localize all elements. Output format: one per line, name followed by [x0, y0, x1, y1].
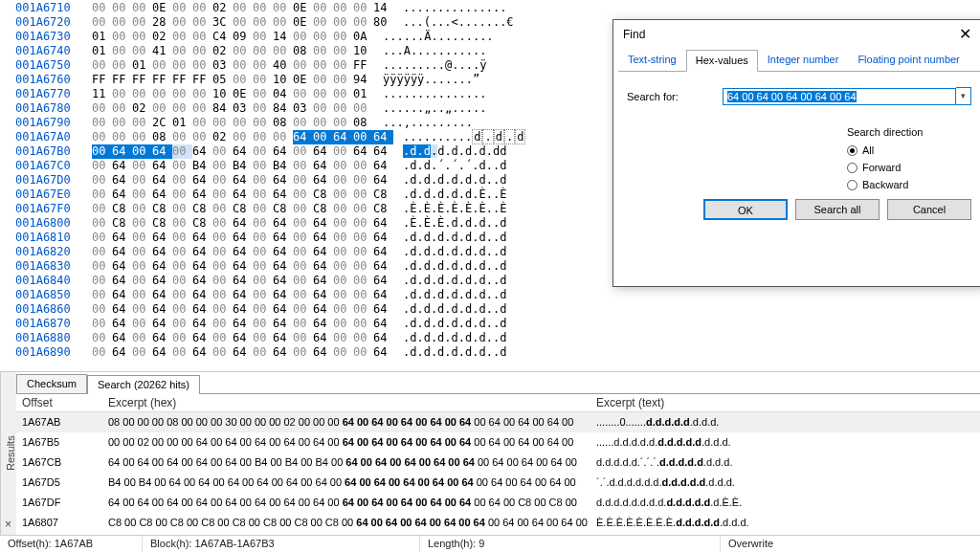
table-row[interactable]: 1A67B500 00 02 00 00 00 64 00 64 00 64 0… — [16, 432, 980, 453]
find-tab-text[interactable]: Text-string — [618, 49, 686, 71]
hex-row[interactable]: 001A67100000000E0000020000000E00000014..… — [15, 1, 972, 15]
find-title: Find — [623, 20, 645, 49]
ok-button[interactable]: OK — [703, 199, 788, 220]
tab-search[interactable]: Search (20262 hits) — [87, 375, 200, 394]
results-panel: Results × Checksum Search (20262 hits) O… — [0, 371, 980, 535]
col-offset[interactable]: Offset — [22, 396, 108, 409]
search-direction-label: Search direction — [847, 126, 964, 138]
radio-forward[interactable]: Forward — [847, 159, 964, 176]
close-icon[interactable]: ✕ — [950, 20, 979, 49]
table-row[interactable]: 1A67DF64 00 64 00 64 00 64 00 64 00 64 0… — [16, 493, 980, 513]
status-mode: Overwrite — [720, 536, 980, 552]
hex-row[interactable]: 001A6850006400640064006400640064000064.d… — [15, 288, 972, 302]
hex-row[interactable]: 001A6870006400640064006400640064000064.d… — [15, 317, 972, 331]
col-excerpt-text[interactable]: Excerpt (text) — [596, 396, 974, 409]
status-offset: Offset(h): 1A67AB — [0, 536, 142, 552]
status-length: Length(h): 9 — [419, 536, 720, 552]
tab-checksum[interactable]: Checksum — [16, 374, 87, 393]
table-row[interactable]: 1A67AB08 00 00 00 08 00 00 00 30 00 00 0… — [16, 412, 980, 432]
find-tab-int[interactable]: Integer number — [758, 49, 849, 71]
results-header: Offset Excerpt (hex) Excerpt (text) — [16, 394, 980, 412]
radio-all[interactable]: All — [847, 142, 964, 159]
find-tab-float[interactable]: Floating point number — [848, 49, 969, 71]
col-excerpt-hex[interactable]: Excerpt (hex) — [108, 396, 596, 409]
search-for-label: Search for: — [627, 91, 723, 102]
find-tabs: Text-string Hex-values Integer number Fl… — [618, 49, 980, 72]
status-block: Block(h): 1A67AB-1A67B3 — [142, 536, 419, 552]
hex-row[interactable]: 001A6890006400640064006400640064000064.d… — [15, 345, 972, 360]
search-all-button[interactable]: Search all — [795, 199, 880, 220]
find-dialog: Find ✕ Text-string Hex-values Integer nu… — [612, 19, 980, 287]
hex-row[interactable]: 001A6860006400640064006400640064000064.d… — [15, 302, 972, 317]
hex-row[interactable]: 001A6880006400640064006400640064000064.d… — [15, 331, 972, 345]
chevron-down-icon[interactable]: ▾ — [956, 87, 971, 105]
results-side-label: Results — [0, 372, 16, 535]
table-row[interactable]: 1A6807C8 00 C8 00 C8 00 C8 00 C8 00 C8 0… — [16, 513, 980, 533]
search-input[interactable]: 64 00 64 00 64 00 64 00 64 — [723, 88, 956, 105]
cancel-button[interactable]: Cancel — [887, 199, 971, 220]
status-bar: Offset(h): 1A67AB Block(h): 1A67AB-1A67B… — [0, 535, 980, 552]
results-close-icon[interactable]: × — [2, 519, 14, 531]
search-direction-group: Search direction All Forward Backward — [839, 121, 971, 199]
table-row[interactable]: 1A67D5B4 00 B4 00 64 00 64 00 64 00 64 0… — [16, 473, 980, 493]
table-row[interactable]: 1A67CB64 00 64 00 64 00 64 00 64 00 B4 0… — [16, 453, 980, 473]
results-tabs: Checksum Search (20262 hits) — [16, 372, 980, 394]
find-tab-hex[interactable]: Hex-values — [686, 50, 758, 72]
radio-backward[interactable]: Backward — [847, 176, 964, 193]
